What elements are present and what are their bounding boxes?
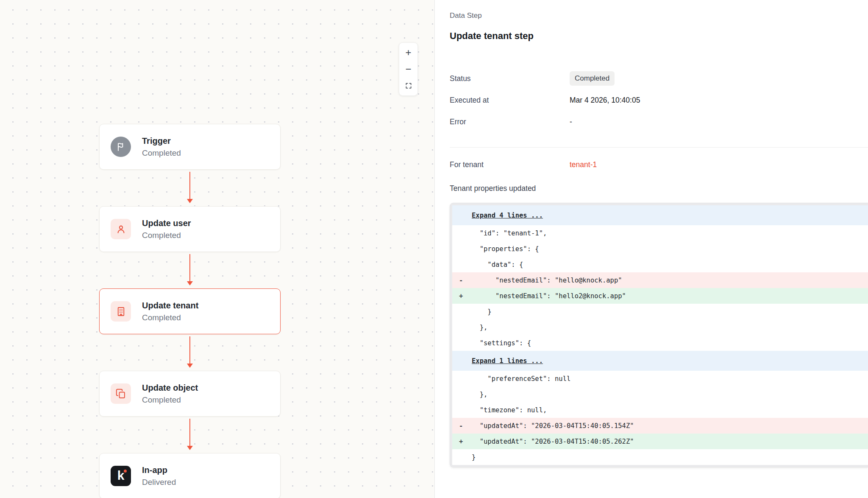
plus-icon: + [405, 48, 411, 58]
zoom-in-button[interactable]: + [401, 45, 416, 60]
status-badge: Completed [570, 71, 615, 86]
diff-marker: - [452, 277, 472, 284]
arrow-down-icon [187, 281, 193, 285]
diff-line: } [452, 304, 868, 319]
arrow-down-icon [187, 364, 193, 368]
diff-line: "settings": { [452, 335, 868, 351]
workflow-node-in-app[interactable]: k In-app Delivered [99, 453, 281, 498]
diff-line: }, [452, 319, 868, 335]
workflow-node-update-object[interactable]: Update object Completed [99, 371, 281, 417]
diff-marker: + [452, 438, 472, 445]
copy-icon [111, 383, 131, 404]
diff-line: "id": "tenant-1", [452, 225, 868, 241]
arrow-down-icon [187, 446, 193, 450]
fit-view-button[interactable] [401, 78, 416, 93]
node-status: Completed [142, 148, 181, 158]
error-label: Error [450, 118, 570, 126]
workflow-node-trigger[interactable]: Trigger Completed [99, 124, 281, 170]
zoom-out-button[interactable]: − [401, 62, 416, 77]
expand-lines-link[interactable]: Expand 4 lines ... [472, 212, 543, 219]
node-title: Trigger [142, 136, 181, 146]
diff-line: "data": { [452, 257, 868, 272]
diff-expand-row: Expand 1 lines ... [452, 351, 868, 371]
node-status: Completed [142, 231, 191, 240]
flow-edge [99, 170, 281, 206]
diff-line: + "updatedAt": "2026-03-04T15:40:05.262Z… [452, 434, 868, 449]
user-icon [111, 219, 131, 239]
diff-line: "preferenceSet": null [452, 371, 868, 386]
expand-lines-link[interactable]: Expand 1 lines ... [472, 357, 543, 365]
for-tenant-label: For tenant [450, 160, 570, 169]
workflow-canvas[interactable]: + − Trigger Completed [0, 0, 435, 498]
field-row-for-tenant: For tenant tenant-1 [450, 157, 868, 173]
field-row-status: Status Completed [450, 70, 868, 87]
workflow-node-update-tenant[interactable]: Update tenant Completed [99, 288, 281, 334]
page-title: Update tenant step [450, 31, 868, 42]
diff-line: - "updatedAt": "2026-03-04T15:40:05.154Z… [452, 418, 868, 434]
executed-at-value: Mar 4 2026, 10:40:05 [570, 96, 640, 105]
node-status: Completed [142, 313, 198, 322]
executed-at-label: Executed at [450, 96, 570, 105]
knock-logo-dot [124, 470, 127, 473]
knock-logo-letter: k [117, 469, 125, 482]
node-title: Update tenant [142, 301, 198, 311]
flow-edge [99, 334, 281, 371]
diff-line: + "nestedEmail": "hello2@knock.app" [452, 288, 868, 304]
workflow-flow: Trigger Completed Update user Completed … [99, 124, 281, 498]
node-title: Update object [142, 383, 198, 393]
flow-edge [99, 417, 281, 453]
tenant-properties-heading: Tenant properties updated [450, 184, 868, 193]
node-title: In-app [142, 465, 176, 475]
workflow-node-update-user[interactable]: Update user Completed [99, 206, 281, 252]
tenant-properties-diff-block: Expand 4 lines ... "id": "tenant-1", "pr… [450, 203, 868, 467]
diff-line: }, [452, 386, 868, 402]
diff-expand-row: Expand 4 lines ... [452, 205, 868, 225]
flow-edge [99, 252, 281, 288]
diff-line: } [452, 449, 868, 465]
flag-icon [111, 137, 131, 157]
section-divider [450, 147, 868, 148]
node-status: Delivered [142, 478, 176, 487]
workflow-debugger-app: + − Trigger Completed [0, 0, 868, 498]
node-status: Completed [142, 395, 198, 405]
fit-view-icon [405, 82, 412, 90]
tenant-link[interactable]: tenant-1 [570, 160, 597, 169]
diff-marker: + [452, 292, 472, 300]
diff-line: "properties": { [452, 241, 868, 257]
building-icon [111, 301, 131, 322]
step-detail-panel: Data Step Update tenant step Status Comp… [435, 0, 868, 498]
step-type-label: Data Step [450, 11, 868, 20]
error-value: - [570, 118, 572, 126]
diff-lines: Expand 4 lines ... "id": "tenant-1", "pr… [452, 205, 868, 465]
diff-line: "timezone": null, [452, 402, 868, 418]
status-label: Status [450, 74, 570, 83]
minus-icon: − [405, 64, 411, 74]
diff-marker: - [452, 422, 472, 430]
field-row-error: Error - [450, 114, 868, 130]
step-fields: Status Completed Executed at Mar 4 2026,… [450, 70, 868, 130]
field-row-executed-at: Executed at Mar 4 2026, 10:40:05 [450, 92, 868, 108]
arrow-down-icon [187, 199, 193, 203]
canvas-zoom-controls: + − [399, 42, 418, 96]
knock-icon: k [111, 466, 131, 486]
node-title: Update user [142, 218, 191, 228]
diff-line: - "nestedEmail": "hello@knock.app" [452, 272, 868, 288]
